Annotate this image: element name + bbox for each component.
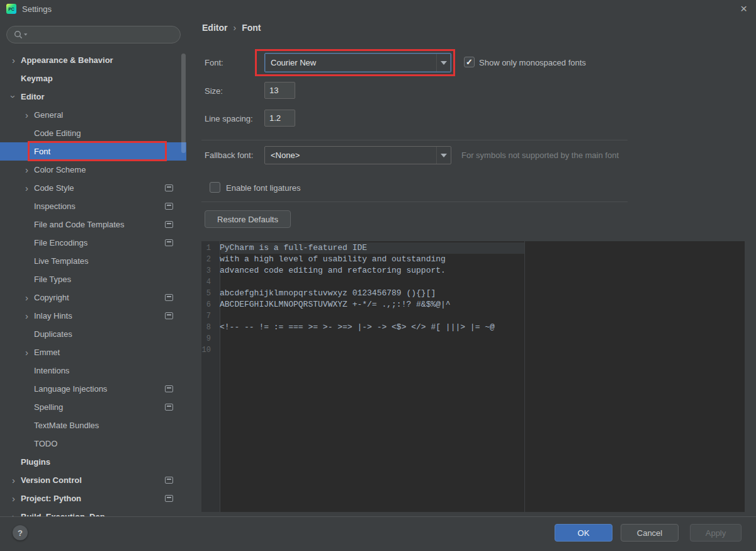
chevron-icon[interactable] [21, 310, 32, 321]
sidebar-scrollbar-thumb[interactable] [181, 54, 186, 153]
chevron-icon[interactable] [8, 475, 19, 486]
chevron-down-icon[interactable] [436, 147, 451, 164]
sidebar-item-emmet[interactable]: Emmet [0, 343, 186, 361]
font-ligatures-checkbox[interactable] [210, 182, 220, 193]
sidebar-item-label: TextMate Bundles [34, 421, 99, 430]
chevron-icon[interactable] [8, 493, 19, 504]
line-text: advanced code editing and refactoring su… [216, 265, 446, 276]
chevron-icon[interactable] [8, 55, 19, 65]
line-number: 1 [201, 242, 216, 254]
help-button[interactable]: ? [13, 525, 28, 540]
code-line: 1 PyCharm is a full-featured IDE [201, 242, 745, 254]
sidebar-item-label: TODO [34, 439, 57, 448]
sidebar-item-label: Intentions [34, 366, 69, 375]
sidebar-item-color-scheme[interactable]: Color Scheme [0, 161, 186, 179]
chevron-down-icon[interactable] [436, 54, 451, 72]
chevron-icon[interactable] [21, 164, 32, 175]
project-settings-icon [165, 221, 173, 228]
font-size-input[interactable] [264, 82, 295, 99]
separator [201, 140, 628, 140]
show-monospaced-checkbox[interactable] [464, 57, 475, 67]
sidebar-item-live-templates[interactable]: Live Templates [0, 252, 186, 270]
settings-tree: Appearance & Behavior Keymap Editor Gene… [0, 51, 186, 516]
code-line: 9 [201, 333, 745, 344]
line-number: 7 [201, 310, 216, 322]
project-settings-icon [165, 312, 173, 319]
font-family-value: Courier New [265, 58, 436, 67]
sidebar-item-file-encodings[interactable]: File Encodings [0, 234, 186, 252]
sidebar-item-label: Duplicates [34, 329, 72, 339]
sidebar-item-duplicates[interactable]: Duplicates [0, 325, 186, 343]
line-number: 10 [201, 344, 216, 356]
sidebar-item-keymap[interactable]: Keymap [0, 69, 186, 88]
sidebar-item-label: Language Injections [34, 384, 107, 394]
ok-button[interactable]: OK [555, 524, 612, 542]
sidebar-item-file-types[interactable]: File Types [0, 270, 186, 288]
sidebar-item-label: Live Templates [34, 256, 88, 266]
project-settings-icon [165, 477, 173, 484]
breadcrumb-item-editor[interactable]: Editor [202, 23, 227, 33]
chevron-icon[interactable] [21, 347, 32, 358]
sidebar-item-label: Build, Execution, Dep [21, 512, 105, 516]
sidebar: Appearance & Behavior Keymap Editor Gene… [0, 18, 186, 516]
line-number: 3 [201, 265, 216, 276]
cancel-button[interactable]: Cancel [621, 524, 679, 542]
sidebar-item-plugins[interactable]: Plugins [0, 453, 186, 471]
line-spacing-input[interactable] [264, 110, 295, 127]
font-family-select[interactable]: Courier New [264, 53, 451, 72]
sidebar-item-language-injections[interactable]: Language Injections [0, 380, 186, 398]
line-text [216, 276, 220, 288]
project-settings-icon [165, 239, 173, 246]
sidebar-item-file-and-code-templates[interactable]: File and Code Templates [0, 215, 186, 234]
sidebar-item-build-execution-dep[interactable]: Build, Execution, Dep [0, 508, 186, 516]
code-line: 10 [201, 344, 745, 356]
sidebar-item-code-style[interactable]: Code Style [0, 179, 186, 197]
titlebar: Settings × [0, 0, 756, 18]
sidebar-item-appearance-behavior[interactable]: Appearance & Behavior [0, 51, 186, 69]
project-settings-icon [165, 185, 173, 191]
search-input[interactable] [32, 30, 174, 40]
font-label: Font: [205, 58, 223, 67]
font-preview-editor[interactable]: 1 PyCharm is a full-featured IDE 2 with … [201, 241, 745, 512]
apply-button[interactable]: Apply [690, 524, 742, 542]
sidebar-item-intentions[interactable]: Intentions [0, 361, 186, 380]
sidebar-item-general[interactable]: General [0, 106, 186, 124]
sidebar-item-label: File and Code Templates [34, 220, 125, 229]
chevron-icon[interactable] [8, 511, 19, 516]
sidebar-item-label: Font [34, 147, 50, 156]
line-text [216, 344, 220, 356]
project-settings-icon [165, 294, 173, 301]
code-line: 8 <!-- -- != := === >= >- >=> |-> -> <$>… [201, 322, 745, 333]
search-box[interactable] [6, 26, 181, 43]
restore-defaults-button[interactable]: Restore Defaults [205, 210, 291, 228]
sidebar-item-label: Appearance & Behavior [21, 55, 113, 65]
sidebar-item-label: Code Editing [34, 128, 81, 138]
code-line: 2 with a high level of usability and out… [201, 254, 745, 265]
line-number: 9 [201, 333, 216, 344]
breadcrumb-item-font: Font [242, 23, 261, 33]
sidebar-item-font[interactable]: Font [0, 142, 186, 161]
chevron-icon[interactable] [8, 91, 19, 102]
line-text: PyCharm is a full-featured IDE [216, 242, 367, 254]
sidebar-item-code-editing[interactable]: Code Editing [0, 124, 186, 142]
chevron-icon[interactable] [21, 110, 32, 120]
sidebar-item-editor[interactable]: Editor [0, 88, 186, 106]
sidebar-item-textmate-bundles[interactable]: TextMate Bundles [0, 416, 186, 435]
sidebar-item-inlay-hints[interactable]: Inlay Hints [0, 307, 186, 325]
settings-dialog: Settings × Appearance & Behavior Keymap … [0, 0, 756, 551]
sidebar-item-spelling[interactable]: Spelling [0, 398, 186, 416]
line-text [216, 333, 220, 344]
search-icon [13, 30, 28, 40]
pycharm-logo-icon [6, 4, 16, 14]
sidebar-item-project-python[interactable]: Project: Python [0, 489, 186, 508]
chevron-icon[interactable] [21, 292, 32, 303]
sidebar-item-copyright[interactable]: Copyright [0, 288, 186, 307]
close-icon[interactable]: × [740, 1, 747, 17]
fallback-font-select[interactable]: <None> [264, 146, 451, 164]
sidebar-item-inspections[interactable]: Inspections [0, 197, 186, 215]
window-title: Settings [22, 4, 52, 14]
sidebar-item-todo[interactable]: TODO [0, 435, 186, 453]
chevron-icon[interactable] [21, 183, 32, 193]
sidebar-item-version-control[interactable]: Version Control [0, 471, 186, 489]
footer-separator [0, 516, 756, 517]
